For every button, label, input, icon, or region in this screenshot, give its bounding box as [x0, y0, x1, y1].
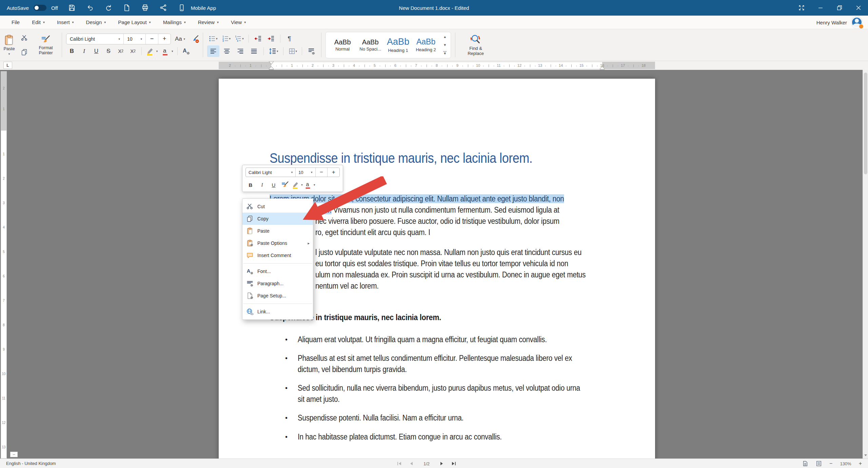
- redo-icon[interactable]: [104, 3, 113, 12]
- menu-item-label: Design: [86, 19, 102, 25]
- first-page-button[interactable]: [397, 461, 402, 466]
- multilevel-list-button[interactable]: 123 ▾: [233, 33, 245, 44]
- paste-button[interactable]: Paste ▾: [3, 34, 15, 56]
- autosave-toggle[interactable]: [34, 5, 46, 11]
- context-menu-item-label: Page Setup...: [257, 293, 286, 298]
- language-indicator[interactable]: English - United Kingdom: [6, 461, 56, 466]
- styles-up-arrow[interactable]: ▲: [443, 35, 447, 39]
- italic-button[interactable]: I: [78, 46, 90, 57]
- align-right-button[interactable]: [234, 45, 246, 57]
- mini-bold-button[interactable]: B: [245, 180, 256, 189]
- mini-decrease-font-button[interactable]: −: [316, 168, 328, 177]
- menu-item-page-layout[interactable]: Page Layout▾: [113, 17, 155, 27]
- line-spacing-button[interactable]: ▾: [267, 46, 280, 57]
- scrollbar-thumb[interactable]: [864, 73, 867, 174]
- avatar[interactable]: [851, 17, 863, 28]
- context-menu-item-insert-comment[interactable]: Insert Comment: [242, 249, 313, 261]
- subscript-button[interactable]: X2: [115, 46, 126, 57]
- align-center-button[interactable]: [221, 45, 233, 57]
- web-layout-view-icon[interactable]: [816, 461, 822, 467]
- context-menu-item-paste[interactable]: Paste: [242, 225, 313, 237]
- font-size-select[interactable]: 10▾: [124, 34, 145, 44]
- change-case-button[interactable]: Aa ▾: [174, 34, 186, 44]
- styles-more-arrow[interactable]: ▼: [443, 51, 447, 55]
- mini-increase-font-button[interactable]: +: [328, 168, 339, 177]
- ruler-collapse-dash[interactable]: –: [10, 452, 18, 457]
- font-color-button[interactable]: ▾: [160, 46, 174, 57]
- undo-icon[interactable]: [86, 3, 95, 12]
- mobile-app-icon[interactable]: [177, 3, 186, 12]
- share-icon[interactable]: [159, 3, 168, 12]
- paste-label: Paste: [3, 46, 15, 52]
- menu-item-review[interactable]: Review▾: [193, 17, 223, 27]
- style-heading-1[interactable]: AaBbHeading 1: [384, 37, 412, 53]
- menu-item-design[interactable]: Design▾: [81, 17, 111, 27]
- menu-item-mailings[interactable]: Mailings▾: [158, 17, 191, 27]
- document-text-line: ro, eget tincidunt elit arcu quis quam. …: [315, 227, 597, 238]
- menu-item-file[interactable]: File: [7, 17, 24, 27]
- user-name: Henry Walker: [816, 20, 847, 25]
- restore-icon[interactable]: [830, 0, 849, 16]
- save-icon[interactable]: [67, 3, 76, 12]
- menu-item-insert[interactable]: Insert▾: [52, 17, 79, 27]
- print-icon[interactable]: [141, 3, 150, 12]
- next-page-button[interactable]: [439, 461, 444, 466]
- clear-formatting-button[interactable]: [189, 34, 201, 44]
- mini-font-size-select[interactable]: 10▾: [296, 168, 315, 177]
- borders-button[interactable]: ▾: [287, 46, 299, 57]
- bold-button[interactable]: B: [66, 46, 78, 57]
- strikethrough-button[interactable]: S: [103, 46, 114, 57]
- horizontal-ruler[interactable]: 21123456789101112131415161718: [219, 62, 655, 69]
- text-highlight-button[interactable]: ▾: [144, 46, 159, 57]
- close-icon[interactable]: [849, 0, 868, 16]
- menu-item-view[interactable]: View▾: [226, 17, 251, 27]
- vertical-ruler[interactable]: 2112345678910111213: [1, 71, 7, 459]
- context-menu-item-paragraph[interactable]: Paragraph...: [242, 277, 313, 290]
- numbered-list-button[interactable]: 123 ▾: [220, 33, 232, 44]
- zoom-out-button[interactable]: −: [829, 461, 832, 467]
- mini-format-painter-button[interactable]: [280, 180, 290, 189]
- decrease-indent-button[interactable]: [252, 33, 264, 44]
- scrollbar-down-arrow[interactable]: [864, 453, 868, 457]
- styles-down-arrow[interactable]: ▼: [443, 43, 447, 47]
- cut-button[interactable]: [18, 32, 31, 44]
- increase-indent-button[interactable]: [265, 33, 277, 44]
- vertical-scrollbar[interactable]: [863, 70, 868, 459]
- font-settings-button[interactable]: [180, 46, 192, 57]
- copy-button[interactable]: [18, 46, 31, 58]
- mini-font-name-select[interactable]: Calibri Light▾: [246, 168, 295, 177]
- previous-page-button[interactable]: [409, 461, 414, 466]
- mini-underline-button[interactable]: U: [269, 180, 279, 189]
- last-page-button[interactable]: [451, 461, 456, 466]
- tab-selector[interactable]: L: [3, 62, 12, 69]
- context-menu-item-link[interactable]: Link...: [242, 306, 313, 318]
- increase-font-button[interactable]: +: [158, 34, 171, 44]
- font-name-select[interactable]: Calibri Light▾: [66, 34, 123, 44]
- context-menu-item-paste-options[interactable]: Paste Options▸: [242, 237, 313, 249]
- context-menu-item-font[interactable]: Font...: [242, 265, 313, 277]
- print-layout-view-icon[interactable]: [802, 461, 808, 467]
- align-left-button[interactable]: [207, 45, 219, 57]
- superscript-button[interactable]: X2: [127, 46, 139, 57]
- list-settings-button[interactable]: [305, 46, 317, 57]
- first-line-indent-marker[interactable]: [269, 61, 274, 64]
- style-normal[interactable]: AaBbNormal: [329, 38, 356, 52]
- context-menu-item-page-setup[interactable]: Page Setup...: [242, 290, 313, 302]
- right-indent-marker[interactable]: [600, 66, 605, 70]
- minimize-icon[interactable]: [811, 0, 830, 16]
- paste-dropdown-arrow[interactable]: ▾: [8, 52, 10, 56]
- pilcrow-button[interactable]: ¶: [284, 33, 295, 44]
- style-heading-2[interactable]: AaBbHeading 2: [412, 38, 440, 52]
- style-no-spaci-[interactable]: AaBbNo Spaci...: [356, 38, 384, 52]
- bullet-list-button[interactable]: ▾: [207, 33, 219, 44]
- format-painter-button[interactable]: Format Painter: [34, 35, 58, 56]
- decrease-font-button[interactable]: −: [146, 34, 158, 44]
- fullscreen-icon[interactable]: [792, 0, 811, 16]
- zoom-in-button[interactable]: +: [859, 461, 862, 467]
- mini-italic-button[interactable]: I: [257, 180, 267, 189]
- new-document-icon[interactable]: [122, 3, 131, 12]
- find-replace-button[interactable]: Find &Replace: [459, 34, 492, 56]
- menu-item-edit[interactable]: Edit▾: [27, 17, 50, 27]
- underline-button[interactable]: U: [91, 46, 102, 57]
- justify-button[interactable]: [248, 45, 260, 57]
